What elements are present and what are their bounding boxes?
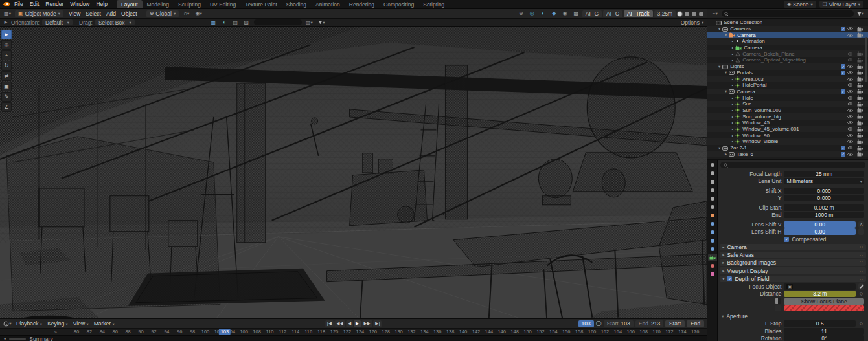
transform-orientation-dropdown[interactable]: ⊕ Global ▾ <box>146 10 179 17</box>
menu-add[interactable]: Add <box>104 10 119 17</box>
collection-checkbox[interactable]: ✓ <box>841 27 845 31</box>
outliner-row-take-6[interactable]: ▸Take_6✓ <box>707 151 868 157</box>
panel-depth-of-field[interactable]: ▾ ✓ Depth of Field ∷ <box>720 276 866 282</box>
disclosure-icon[interactable]: • <box>729 58 735 62</box>
eye-visibility-icon[interactable] <box>847 33 853 38</box>
panel-aperture[interactable]: ▾ Aperture <box>722 313 864 320</box>
tool-transform[interactable]: ▣ <box>1 82 12 91</box>
outliner-row-camera-bokeh-plane[interactable]: •Camera_Bokeh_Plane <box>707 50 868 57</box>
gizmo-toggle[interactable]: ⊕ <box>516 10 526 17</box>
shading-material-toggle[interactable] <box>692 12 696 16</box>
set-start-button[interactable]: Start <box>665 320 685 327</box>
outliner-editor-type-button[interactable]: ≡▾ <box>710 10 720 17</box>
keyframe-decorator-icon[interactable]: ◇ <box>858 291 864 297</box>
tab-scene[interactable] <box>708 195 717 203</box>
render-visibility-icon[interactable] <box>857 127 863 132</box>
show-focus-plane-button[interactable]: Show Focus Plane <box>784 298 864 305</box>
tool-cursor[interactable]: ◎ <box>1 40 12 50</box>
properties-search-input[interactable] <box>730 162 862 168</box>
outliner-row-cameras[interactable]: ▾Cameras✓ <box>707 26 868 32</box>
jump-to-start-button[interactable]: |◀ <box>325 320 334 327</box>
summary-label[interactable]: Summary <box>29 336 52 341</box>
eye-visibility-icon[interactable] <box>847 27 853 31</box>
eye-visibility-icon[interactable] <box>847 146 853 150</box>
properties-search[interactable] <box>720 162 865 168</box>
fstop-field[interactable]: 0.5 <box>784 320 856 327</box>
outliner-row-camera[interactable]: ▾Camera <box>707 32 868 38</box>
eye-visibility-icon[interactable] <box>847 77 853 82</box>
ruler-scroll-left-icon[interactable]: « <box>54 329 57 335</box>
menu-file[interactable]: File <box>11 1 27 7</box>
overlays-toggle[interactable]: ◎ <box>527 10 537 17</box>
eye-visibility-icon[interactable] <box>847 83 853 87</box>
outliner-row-camera-optical-vignetting[interactable]: •Camera_Optical_Vignetting <box>707 57 868 63</box>
blades-field[interactable]: 11 <box>784 328 864 335</box>
playhead-current-frame[interactable]: 103 <box>219 329 231 335</box>
eye-visibility-icon[interactable] <box>847 89 853 94</box>
render-visibility-icon[interactable] <box>857 32 863 38</box>
outliner-row-zar-2-1[interactable]: ▾Zar 2-1✓ <box>707 145 868 151</box>
tab-output[interactable] <box>708 178 717 186</box>
render-visibility-icon[interactable] <box>857 70 863 75</box>
menu-help[interactable]: Help <box>93 1 110 7</box>
eye-visibility-icon[interactable] <box>847 96 853 100</box>
render-visibility-icon[interactable] <box>857 89 863 94</box>
snap-magnet-toggle[interactable]: ◆ <box>549 10 559 17</box>
disclosure-icon[interactable]: • <box>729 102 735 106</box>
tab-world[interactable] <box>708 203 717 211</box>
disclosure-icon[interactable]: • <box>729 45 735 50</box>
af-track-button[interactable]: AF-Track <box>624 10 653 17</box>
proportional-editing-button[interactable]: ◉▾ <box>194 10 203 17</box>
scene-selector[interactable]: ◈ Scene ▾ <box>784 1 816 8</box>
set-end-button[interactable]: End <box>687 320 704 327</box>
workspace-tab-animation[interactable]: Animation <box>311 0 345 8</box>
view-layer-selector[interactable]: ❏ View Layer ▾ <box>819 1 863 8</box>
chevron-down-icon[interactable]: ▾ <box>4 336 6 341</box>
render-visibility-icon[interactable] <box>857 139 863 144</box>
snap-magnet-button[interactable]: ∩▾ <box>181 10 191 17</box>
focus-object-field[interactable]: ▣ <box>784 283 856 290</box>
focus-plane-toggle-icon[interactable] <box>775 298 781 304</box>
outliner-row-lights[interactable]: ▾Lights✓ <box>707 63 868 70</box>
animate-decorator[interactable]: A <box>858 221 864 228</box>
disclosure-icon[interactable]: • <box>729 77 735 82</box>
clip-start-field[interactable]: 0.002 m <box>784 204 864 211</box>
mode-dropdown[interactable]: ▣ Object Mode ▾ <box>15 10 63 17</box>
horizontal-scrollbar[interactable] <box>9 338 26 340</box>
auto-keying-icon[interactable]: ◯ <box>596 321 602 326</box>
timeline-menu-marker[interactable]: Marker ▾ <box>91 320 117 327</box>
render-visibility-icon[interactable] <box>857 107 863 113</box>
drag-dropdown[interactable]: Select Box ▾ <box>95 19 135 25</box>
snap-vertex-icon[interactable]: ◐ <box>220 19 229 26</box>
tab-constraints[interactable] <box>708 245 717 253</box>
render-visibility-icon[interactable] <box>857 76 863 82</box>
shading-wireframe-toggle[interactable] <box>678 12 682 16</box>
disclosure-icon[interactable]: ▾ <box>716 146 722 151</box>
render-visibility-icon[interactable] <box>857 146 863 151</box>
af-g-button[interactable]: AF-G <box>582 10 602 17</box>
outliner-row-window-45[interactable]: •Window_45 <box>707 120 868 126</box>
disclosure-icon[interactable]: ▾ <box>723 32 729 38</box>
prev-keyframe-button[interactable]: ◀◀ <box>334 320 345 327</box>
tab-view-layer[interactable] <box>708 186 717 194</box>
shift-y-field[interactable]: 0.000 <box>784 195 864 201</box>
tab-modifiers[interactable] <box>708 220 717 228</box>
options-button[interactable]: Options <box>681 19 700 26</box>
frame-end-field[interactable]: End213 <box>635 320 663 327</box>
current-frame-field[interactable]: 103 <box>578 320 594 327</box>
outliner-search[interactable] <box>722 10 854 17</box>
outliner-row-holeportal[interactable]: •HolePortal <box>707 82 868 89</box>
focus-distance-field[interactable]: 3.25m <box>654 10 676 17</box>
workspace-tab-sculpting[interactable]: Sculpting <box>174 0 205 8</box>
panel-camera[interactable]: ▸ Camera ∷ <box>720 244 866 250</box>
disclosure-icon[interactable]: • <box>729 108 735 113</box>
timeline-ruler[interactable]: « 80828486889092949698100102104106108110… <box>0 328 707 335</box>
blender-logo[interactable] <box>3 1 10 7</box>
eye-visibility-icon[interactable] <box>847 102 853 106</box>
tab-render[interactable] <box>708 170 717 177</box>
proportional-edit-toggle[interactable]: ◉ <box>560 10 570 17</box>
viewport-3d[interactable]: ►◎+↻⇄▣✎∠ <box>0 27 707 318</box>
eye-visibility-icon[interactable] <box>847 58 853 62</box>
af-c-button[interactable]: AF-C <box>603 10 622 17</box>
eye-visibility-icon[interactable] <box>847 152 853 157</box>
